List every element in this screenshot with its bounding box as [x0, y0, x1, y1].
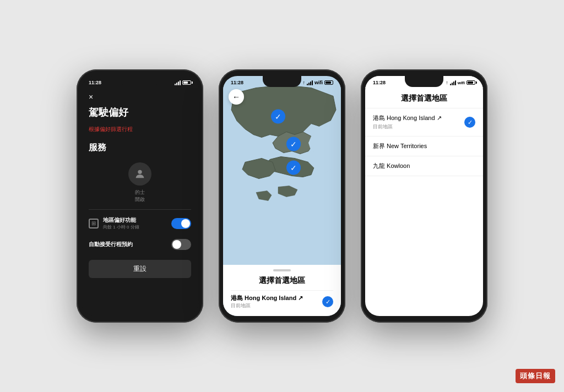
- notch-1: [121, 76, 159, 87]
- toggle-left-2: 自動接受行程預約: [89, 241, 133, 248]
- service-avatar: [128, 162, 151, 186]
- battery-2: [324, 80, 333, 85]
- s1: [307, 84, 308, 85]
- status-icons-3: ↑ wifi: [446, 80, 475, 85]
- check-hk: ✓: [464, 117, 475, 128]
- battery-3: [467, 80, 475, 85]
- region-item-nt[interactable]: 新界 New Territories: [365, 137, 483, 156]
- toggle-left-1: ⊞ 地區偏好功能 尚餘 1 小時 0 分鐘: [89, 216, 139, 230]
- svg-text:✓: ✓: [275, 112, 281, 121]
- toggle-knob-2: [172, 240, 181, 249]
- map-bottom-panel: 選擇首選地區 港島 Hong Kong Island ↗ 目前地區 ✓: [223, 265, 341, 316]
- drag-indicator: [273, 269, 291, 271]
- toggle-knob-1: [181, 219, 190, 228]
- reset-button[interactable]: 重設: [89, 260, 191, 278]
- region-name-hk: 港島 Hong Kong Island ↗: [373, 114, 442, 122]
- s4: [312, 80, 313, 85]
- region-name-nt: 新界 New Territories: [373, 142, 427, 150]
- s4: [455, 80, 456, 85]
- region-name: 港島 Hong Kong Island ↗: [231, 294, 303, 302]
- region-name-kowloon: 九龍 Kowloon: [373, 162, 410, 170]
- phone2-content: Shenzhen ✓ ✓ ✓ 11:28: [223, 76, 341, 316]
- status-bar-2: 11:28 ↑ wifi: [223, 76, 341, 88]
- region-sub-hk: 目前地區: [373, 123, 442, 130]
- signal-bar-2: [176, 83, 177, 85]
- location-icon-3: ↑: [446, 80, 448, 85]
- close-button[interactable]: ×: [81, 88, 199, 104]
- status-icons-2: ↑ wifi: [303, 80, 334, 85]
- s3: [453, 81, 454, 85]
- toggle-switch-2[interactable]: [171, 239, 191, 250]
- service-labels: 的士 開啟: [135, 189, 145, 203]
- region-item-hk-info: 港島 Hong Kong Island ↗ 目前地區: [373, 114, 442, 130]
- location-icon: ⊞: [89, 219, 99, 228]
- location-arrow-icon: ↑: [303, 80, 306, 85]
- map-bottom-title: 選擇首選地區: [231, 276, 333, 286]
- status-icons-1: [175, 80, 191, 85]
- region-list-header: 選擇首選地區: [365, 88, 483, 108]
- s1: [450, 84, 451, 85]
- toggle-row-1[interactable]: ⊞ 地區偏好功能 尚餘 1 小時 0 分鐘: [81, 212, 199, 235]
- hk-island-row[interactable]: 港島 Hong Kong Island ↗ 目前地區 ✓: [231, 290, 333, 313]
- wifi-3: wifi: [458, 80, 465, 85]
- toggle-text-1: 地區偏好功能 尚餘 1 小時 0 分鐘: [103, 216, 139, 230]
- service-section-title: 服務: [81, 139, 199, 158]
- driver-prefs-title: 駕駛偏好: [81, 104, 199, 123]
- status-time-2: 11:28: [231, 80, 243, 85]
- phone-1-screen: 11:28 × 駕駛偏好 根據偏好: [81, 76, 199, 316]
- phone-3-screen: 11:28 ↑ wifi: [365, 76, 483, 316]
- s3: [310, 81, 311, 85]
- signal-bar-4: [180, 80, 181, 85]
- phone-3: 11:28 ↑ wifi: [361, 69, 487, 323]
- watermark: 頭條日報: [516, 369, 555, 383]
- check-circle: ✓: [322, 296, 333, 307]
- svg-text:✓: ✓: [290, 164, 297, 172]
- region-sub: 目前地區: [231, 302, 303, 309]
- svg-point-0: [138, 170, 142, 174]
- signal-2: [307, 80, 313, 85]
- notch-3: [405, 76, 443, 87]
- status-time-1: 11:28: [89, 80, 101, 85]
- map-svg: Shenzhen ✓ ✓ ✓: [223, 76, 341, 265]
- phone-2-screen: Shenzhen ✓ ✓ ✓ 11:28: [223, 76, 341, 316]
- region-item-kowloon[interactable]: 九龍 Kowloon: [365, 156, 483, 176]
- signal-bar-1: [175, 84, 176, 85]
- battery-icon-1: [182, 80, 191, 85]
- toggle-switch-1[interactable]: [171, 218, 191, 229]
- signal-bars-1: [175, 80, 181, 85]
- phone-1: 11:28 × 駕駛偏好 根據偏好: [77, 69, 203, 323]
- status-time-3: 11:28: [373, 80, 386, 85]
- region-info: 港島 Hong Kong Island ↗ 目前地區: [231, 294, 303, 309]
- region-item-kowloon-info: 九龍 Kowloon: [373, 162, 410, 170]
- phone3-content: 11:28 ↑ wifi: [365, 76, 483, 316]
- phone-2: Shenzhen ✓ ✓ ✓ 11:28: [219, 69, 345, 323]
- s2: [452, 83, 453, 85]
- phone1-content: 11:28 × 駕駛偏好 根據偏好: [81, 76, 199, 316]
- svg-text:✓: ✓: [290, 140, 297, 149]
- region-item-nt-info: 新界 New Territories: [373, 142, 427, 150]
- divider-1: [89, 209, 191, 210]
- phones-container: 11:28 × 駕駛偏好 根據偏好: [77, 69, 487, 323]
- region-header-title: 選擇首選地區: [373, 94, 475, 104]
- signal-bar-3: [178, 81, 179, 85]
- wifi-icon-2: wifi: [314, 80, 323, 85]
- back-button[interactable]: ←: [229, 89, 244, 105]
- driver-prefs-subtitle: 根據偏好篩選行程: [81, 123, 199, 139]
- toggle-row-2[interactable]: 自動接受行程預約: [81, 235, 199, 254]
- signal-3: [450, 80, 456, 85]
- battery-fill-2: [326, 81, 331, 84]
- service-item: 的士 開啟: [81, 158, 199, 207]
- region-item-hk-island[interactable]: 港島 Hong Kong Island ↗ 目前地區 ✓: [365, 108, 483, 137]
- map-area: Shenzhen ✓ ✓ ✓ 11:28: [223, 76, 341, 265]
- s2: [308, 83, 310, 85]
